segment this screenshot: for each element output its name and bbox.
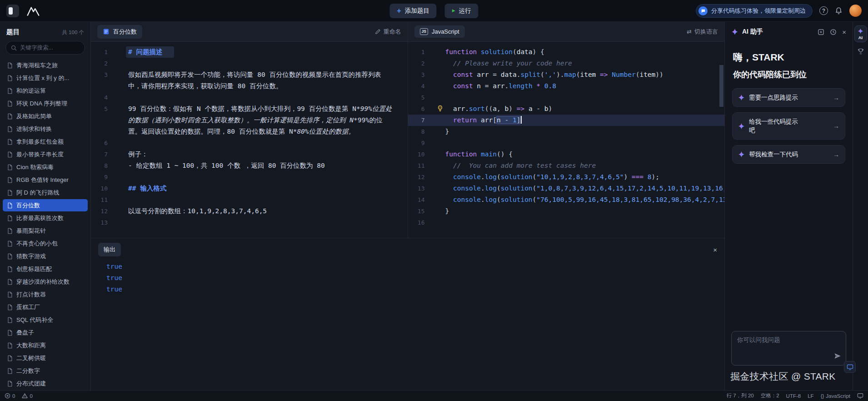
line-number: 7 — [91, 149, 117, 160]
document-icon — [7, 190, 13, 196]
sidebar-item[interactable]: 叠盘子 — [3, 326, 88, 339]
problem-content[interactable]: 1# 问题描述23假如西瓜视频即将开发一个功能，将访问量 80 百分位数的视频显… — [91, 42, 408, 238]
code-scrollbar[interactable] — [719, 65, 723, 107]
code-content[interactable]: 1function solution(data) {2 // Please wr… — [408, 42, 725, 238]
line-number: 11 — [91, 194, 117, 206]
screen-share-button[interactable] — [844, 361, 856, 373]
screen-status-icon[interactable] — [857, 393, 863, 399]
code-line: 6 arr.sort((a, b) => a - b) — [408, 103, 725, 115]
document-icon — [7, 317, 13, 323]
help-icon[interactable]: ? — [819, 6, 828, 15]
code-line-text: console.log(solution("10,1,9,2,8,3,7,4,6… — [445, 171, 725, 183]
run-button[interactable]: ▶ 运行 — [445, 4, 479, 18]
problem-list: 青海湖租车之旅计算位置 x 到 y 的...和的逆运算环状 DNA 序列整理及格… — [0, 58, 90, 390]
arrow-right-icon: → — [833, 122, 839, 130]
ai-suggestion-card[interactable]: 帮我检查一下代码→ — [732, 145, 845, 164]
sidebar-item[interactable]: 不再贪心的小包 — [3, 237, 88, 250]
sidebar-item[interactable]: 计算位置 x 到 y 的... — [3, 72, 88, 84]
ai-greeting: 嗨，STARK 你的代码陪练已到位 — [725, 42, 853, 82]
line-number — [91, 80, 117, 92]
sidebar-item[interactable]: 环状 DNA 序列整理 — [3, 97, 88, 110]
topbar-actions: + 添加题目 ▶ 运行 — [389, 4, 478, 18]
sidebar-item[interactable]: 最小替换子串长度 — [3, 148, 88, 160]
errors-indicator[interactable]: 0 — [5, 393, 15, 399]
ai-panel-header: AI 助手 × — [725, 22, 853, 42]
code-line-text: function main() { — [445, 149, 725, 160]
sidebar-item-label: 叠盘子 — [16, 329, 34, 337]
sidebar-item[interactable]: 进制求和转换 — [3, 123, 88, 135]
indent-setting[interactable]: 空格：2 — [761, 392, 779, 399]
bell-icon[interactable] — [835, 7, 843, 15]
document-icon — [7, 139, 13, 145]
document-icon — [7, 62, 13, 69]
sidebar-item[interactable]: 及格如此简单 — [3, 110, 88, 122]
markdown-line-text: # 问题描述 — [126, 46, 174, 58]
sidebar-item[interactable]: 阿 D 的飞行路线 — [3, 186, 88, 199]
markdown-line: 599 百分位数：假如有 N 个数据，将数据从小到大排列，99 百分位数是第 N… — [91, 103, 408, 115]
sidebar-item[interactable]: 穿越沙漠的补给次数 — [3, 276, 88, 288]
sidebar-item[interactable]: Cion 勒索病毒 — [3, 161, 88, 173]
ai-suggestion-card[interactable]: 需要一点思路提示→ — [732, 88, 845, 107]
send-icon[interactable] — [834, 352, 841, 361]
sidebar-item-label: 比赛最高获胜次数 — [16, 214, 64, 222]
switch-language-button[interactable]: ⇄ 切换语言 — [687, 28, 718, 36]
document-icon — [7, 177, 13, 183]
sidebar-item-label: 打点计数器 — [16, 291, 46, 299]
sidebar-item[interactable]: 暴雨梨花针 — [3, 225, 88, 237]
lightbulb-icon[interactable] — [437, 105, 444, 112]
sidebar-item[interactable]: 青海湖租车之旅 — [3, 59, 88, 71]
history-icon[interactable] — [830, 29, 837, 35]
cursor-position[interactable]: 行 7，列 20 — [727, 392, 754, 399]
sidebar-item-label: RGB 色值转 Integer — [16, 176, 69, 184]
app-logo[interactable] — [6, 5, 19, 17]
document-icon — [7, 164, 13, 170]
ai-greeting-name: 嗨，STARK — [733, 51, 844, 64]
sidebar-item[interactable]: RGB 色值转 Integer — [3, 174, 88, 186]
sidebar-item[interactable]: 分布式团建 — [3, 377, 88, 390]
sidebar-item-selected[interactable]: 百分位数 — [3, 199, 88, 211]
sidebar-item[interactable]: 蛋糕工厂 — [3, 301, 88, 313]
code-line-text — [445, 92, 725, 103]
close-ai-panel-icon[interactable]: × — [842, 29, 846, 35]
problem-tab[interactable]: 百分位数 — [97, 25, 142, 39]
language-mode[interactable]: {} JavaScript — [821, 393, 850, 399]
sidebar-item[interactable]: 打点计数器 — [3, 288, 88, 301]
add-problem-button[interactable]: + 添加题目 — [389, 4, 436, 18]
mountain-logo-icon[interactable] — [26, 5, 40, 17]
eol-setting[interactable]: LF — [808, 393, 813, 399]
markdown-line-text: 中，请你用程序来实现，获取访问量 80 百分位数。 — [128, 80, 282, 92]
ai-sparkle-icon — [738, 123, 745, 130]
sidebar-item[interactable]: 猜数字游戏 — [3, 250, 88, 262]
line-number — [91, 115, 117, 126]
sidebar-item[interactable]: 大数和距离 — [3, 339, 88, 351]
ai-suggestion-card[interactable]: 给我一些代码提示吧→ — [732, 112, 845, 140]
ai-assistant-toggle[interactable]: AI — [854, 25, 867, 42]
avatar[interactable] — [849, 5, 862, 17]
rename-button[interactable]: 重命名 — [375, 28, 401, 36]
sidebar-item[interactable]: 拿到最多红包金额 — [3, 135, 88, 148]
sidebar-item[interactable]: 二分数字 — [3, 365, 88, 377]
sidebar-item-label: 和的逆运算 — [16, 87, 46, 95]
ai-question-input[interactable]: 你可以问我问题 — [731, 331, 846, 366]
markdown-line-text: 置。返回该位置处的数据。同理，80 百分位数就是第 N*80%位置处的数据。 — [128, 126, 355, 137]
sidebar-item[interactable]: 和的逆运算 — [3, 85, 88, 97]
new-chat-icon[interactable] — [818, 29, 824, 35]
sidebar-item[interactable]: 创意标题匹配 — [3, 263, 88, 275]
line-number: 6 — [91, 137, 117, 149]
trophy-icon[interactable] — [857, 48, 864, 57]
sidebar-item[interactable]: 二叉树供暖 — [3, 352, 88, 364]
document-icon — [7, 215, 13, 221]
warnings-indicator[interactable]: 0 — [22, 393, 32, 399]
language-tab[interactable]: JS JavaScript — [414, 25, 465, 38]
code-line: 7 return arr[n - 1] — [408, 115, 725, 126]
close-output-icon[interactable]: × — [713, 246, 717, 254]
promo-banner[interactable]: 分享代码练习体验，领限量定制周边 — [696, 4, 813, 18]
line-number: 8 — [91, 160, 117, 171]
sidebar-item[interactable]: 比赛最高获胜次数 — [3, 212, 88, 224]
encoding-setting[interactable]: UTF-8 — [786, 393, 801, 399]
search-input[interactable]: 关键字搜索... — [5, 41, 85, 55]
output-tab[interactable]: 输出 — [98, 243, 121, 256]
line-number: 15 — [408, 206, 434, 217]
sidebar-item[interactable]: SQL 代码补全 — [3, 314, 88, 326]
sidebar-item-label: 大数和距离 — [16, 341, 46, 350]
